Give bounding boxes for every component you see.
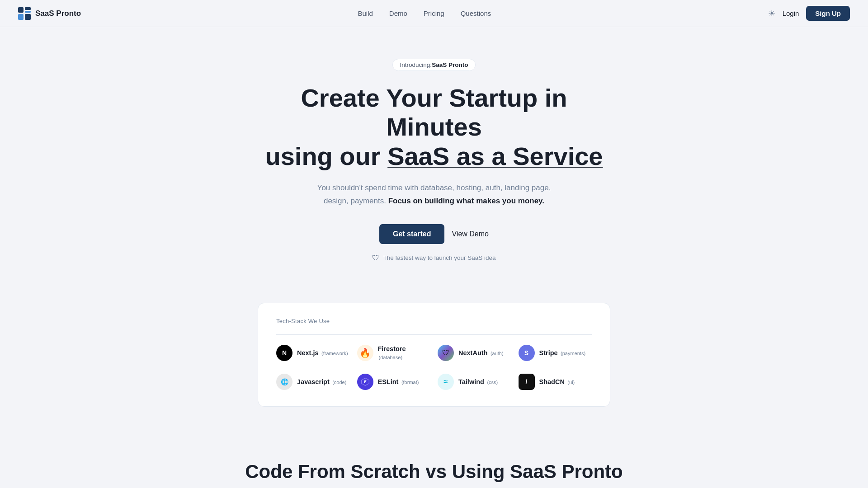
hero-title: Create Your Startup in Minutes using our… (258, 84, 610, 171)
brand-logo[interactable]: SaaS Pronto (18, 7, 81, 20)
nav-links: Build Demo Pricing Questions (358, 9, 491, 18)
badge-intro-text: Introducing: (400, 61, 432, 68)
tailwind-name: Tailwind (css) (458, 378, 498, 386)
shield-icon: 🛡 (372, 254, 379, 262)
svg-rect-2 (25, 11, 31, 13)
tech-item-firestore: 🔥 Firestore (database) (357, 345, 431, 361)
bottom-section: Code From Scratch vs Using SaaS Pronto I… (0, 434, 868, 488)
hero-subtitle: You shouldn't spend time with database, … (316, 182, 552, 208)
tech-item-eslint: E ESLint (format) (357, 374, 431, 390)
tech-stack-title: Tech-Stack We Use (276, 318, 592, 324)
nav-link-questions[interactable]: Questions (461, 9, 491, 17)
login-button[interactable]: Login (783, 9, 799, 17)
nextjs-name: Next.js (framework) (297, 349, 348, 357)
hero-title-line2-plain: using our (265, 142, 387, 170)
firestore-logo: 🔥 (357, 345, 373, 361)
bottom-title: Code From Scratch vs Using SaaS Pronto (9, 461, 859, 483)
tech-item-shadcn: / ShadCN (ui) (519, 374, 592, 390)
tech-item-tailwind: ≈ Tailwind (css) (438, 374, 511, 390)
nextjs-logo: N (276, 345, 292, 361)
shadcn-logo: / (519, 374, 535, 390)
nav-right: ☀ Login Sign Up (768, 6, 850, 21)
hero-subtitle-bold: Focus on building what makes you money. (388, 197, 544, 205)
stripe-name: Stripe (payments) (539, 349, 586, 357)
intro-badge: Introducing: SaaS Pronto (392, 59, 476, 71)
nav-link-demo[interactable]: Demo (389, 9, 407, 17)
hero-section: Introducing: SaaS Pronto Create Your Sta… (0, 27, 868, 289)
tech-divider (276, 334, 592, 335)
svg-rect-3 (18, 14, 24, 20)
tech-item-nextauth: 🛡 NextAuth (auth) (438, 345, 511, 361)
badge-brand-name: SaaS Pronto (432, 61, 468, 68)
fastest-text: The fastest way to launch your SaaS idea (383, 254, 495, 261)
tech-item-javascript: 🌐 Javascript (code) (276, 374, 350, 390)
fastest-badge: 🛡 The fastest way to launch your SaaS id… (372, 254, 495, 262)
nextauth-logo: 🛡 (438, 345, 454, 361)
nav-link-pricing[interactable]: Pricing (424, 9, 444, 17)
tech-item-stripe: S Stripe (payments) (519, 345, 592, 361)
shadcn-name: ShadCN (ui) (539, 378, 575, 386)
svg-rect-4 (25, 14, 31, 20)
tailwind-logo: ≈ (438, 374, 454, 390)
javascript-name: Javascript (code) (297, 378, 346, 386)
theme-toggle[interactable]: ☀ (768, 9, 775, 19)
navbar: SaaS Pronto Build Demo Pricing Questions… (0, 0, 868, 27)
svg-text:E: E (364, 380, 367, 384)
hero-title-line1: Create Your Startup in Minutes (301, 84, 567, 141)
get-started-button[interactable]: Get started (379, 224, 444, 244)
nextauth-name: NextAuth (auth) (458, 349, 504, 357)
sun-icon: ☀ (768, 9, 775, 19)
eslint-logo: E (357, 374, 373, 390)
svg-rect-1 (25, 7, 31, 10)
svg-rect-0 (18, 7, 24, 13)
logo-icon (18, 7, 31, 20)
view-demo-button[interactable]: View Demo (452, 230, 489, 238)
javascript-logo: 🌐 (276, 374, 292, 390)
brand-name: SaaS Pronto (35, 9, 81, 18)
stripe-logo: S (519, 345, 535, 361)
hero-buttons: Get started View Demo (379, 224, 489, 244)
tech-stack-section: Tech-Stack We Use N Next.js (framework) … (258, 303, 610, 407)
nav-link-build[interactable]: Build (358, 9, 373, 17)
tech-item-nextjs: N Next.js (framework) (276, 345, 350, 361)
signup-button[interactable]: Sign Up (806, 6, 850, 21)
eslint-svg: E (361, 377, 370, 386)
eslint-name: ESLint (format) (378, 378, 419, 386)
hero-title-line2-bold: SaaS as a Service (387, 142, 603, 170)
firestore-name: Firestore (database) (378, 345, 431, 361)
tech-grid: N Next.js (framework) 🔥 Firestore (datab… (276, 345, 592, 390)
